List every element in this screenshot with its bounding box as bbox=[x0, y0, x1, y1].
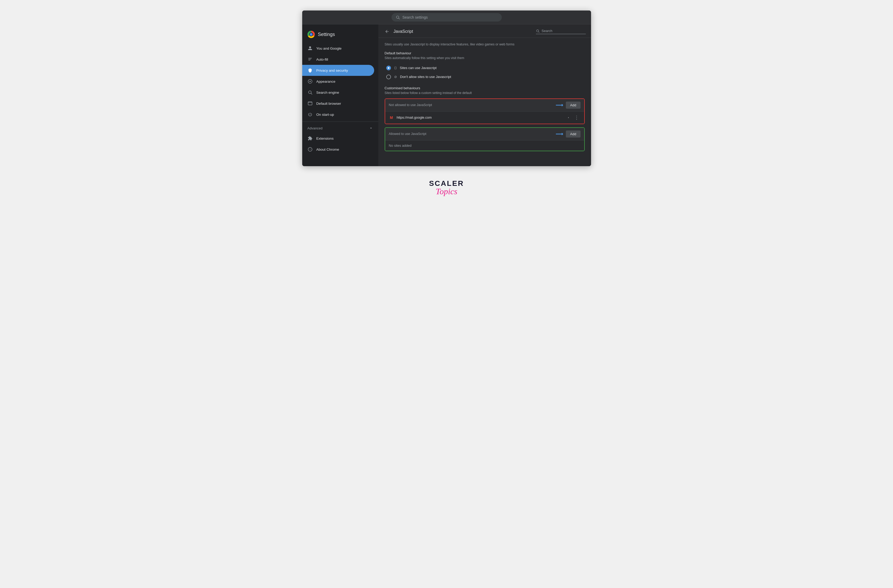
svg-rect-4 bbox=[308, 60, 310, 60]
sidebar-item-appearance[interactable]: Appearance bbox=[302, 76, 374, 87]
svg-rect-2 bbox=[308, 58, 312, 58]
block-icon: ⊘ bbox=[394, 75, 397, 79]
top-search-input[interactable] bbox=[403, 15, 498, 20]
sidebar-label-privacy: Privacy and security bbox=[316, 69, 348, 72]
allowed-header: Allowed to use JavaScript ⟶ Add bbox=[385, 128, 584, 140]
back-button[interactable] bbox=[383, 28, 391, 35]
sidebar-item-about-chrome[interactable]: i About Chrome bbox=[302, 144, 374, 155]
chevron-down-icon bbox=[369, 126, 373, 130]
person-icon bbox=[307, 46, 313, 51]
advanced-label: Advanced bbox=[307, 126, 323, 130]
radio-block-label: Don't allow sites to use Javascript bbox=[400, 75, 451, 79]
radio-block-js[interactable]: ⊘ Don't allow sites to use Javascript bbox=[385, 72, 585, 81]
sidebar-label-startup: On start-up bbox=[316, 112, 334, 117]
svg-rect-10 bbox=[308, 102, 312, 103]
radio-allow-circle bbox=[386, 66, 391, 70]
main-content: JavaScript Sites usually use Javascript … bbox=[378, 24, 591, 166]
arrow-right-icon: ⟶ bbox=[556, 102, 563, 108]
sidebar-item-privacy-security[interactable]: Privacy and security bbox=[302, 65, 374, 76]
content-body: Sites usually use Javascript to display … bbox=[378, 38, 591, 166]
search-wrapper bbox=[391, 13, 502, 21]
gmail-icon: M bbox=[389, 115, 394, 120]
default-behaviour-sublabel: Sites automatically follow this setting … bbox=[385, 56, 585, 60]
default-behaviour-label: Default behaviour bbox=[385, 51, 585, 55]
sidebar-item-default-browser[interactable]: Default browser bbox=[302, 98, 374, 109]
no-sites-text: No sites added bbox=[385, 140, 584, 151]
js-description: Sites usually use Javascript to display … bbox=[385, 42, 585, 47]
sidebar-item-extensions[interactable]: Extensions bbox=[302, 133, 374, 144]
scaler-topics: Topics bbox=[429, 187, 464, 196]
sidebar-label-you-google: You and Google bbox=[316, 46, 341, 50]
not-allowed-header: Not allowed to use JavaScript ⟶ Add bbox=[385, 99, 584, 111]
autofill-icon bbox=[307, 57, 313, 62]
appearance-icon bbox=[307, 79, 313, 84]
allowed-box: Allowed to use JavaScript ⟶ Add No sites… bbox=[385, 128, 585, 151]
sidebar-label-default-browser: Default browser bbox=[316, 102, 341, 105]
radio-allow-label: Sites can use Javascript bbox=[400, 66, 437, 70]
sidebar-label-appearance: Appearance bbox=[316, 80, 335, 84]
customised-sublabel: Sites listed below follow a custom setti… bbox=[385, 91, 585, 95]
content-search-box bbox=[536, 29, 586, 34]
shield-icon bbox=[307, 68, 313, 73]
not-allowed-header-actions: ⟶ Add bbox=[556, 102, 580, 109]
content-title: JavaScript bbox=[394, 29, 413, 34]
arrow-right-allowed-icon: ⟶ bbox=[556, 131, 563, 137]
site-url-text: https://mail.google.com bbox=[397, 116, 563, 119]
content-header-left: JavaScript bbox=[383, 28, 413, 35]
content-search-icon bbox=[536, 29, 540, 33]
search-engine-icon bbox=[307, 90, 313, 95]
content-search-input[interactable] bbox=[542, 29, 586, 33]
not-allowed-box: Not allowed to use JavaScript ⟶ Add M ht… bbox=[385, 98, 585, 124]
svg-line-14 bbox=[538, 32, 539, 32]
allowed-title: Allowed to use JavaScript bbox=[389, 132, 426, 136]
sidebar-label-about: About Chrome bbox=[316, 147, 339, 152]
radio-allow-js[interactable]: ⟨⟩ Sites can use Javascript bbox=[385, 63, 585, 72]
sidebar-divider bbox=[302, 122, 378, 122]
search-icon bbox=[396, 15, 400, 20]
svg-line-8 bbox=[311, 93, 312, 94]
top-search-bar bbox=[302, 10, 591, 24]
sidebar-label-auto-fill: Auto-fill bbox=[316, 57, 328, 62]
row-actions: ⋮ bbox=[566, 114, 580, 121]
settings-title: Settings bbox=[318, 32, 335, 37]
settings-layout: Settings You and Google bbox=[302, 24, 591, 166]
sidebar-item-on-startup[interactable]: On start-up bbox=[302, 109, 374, 120]
not-allowed-site-row: M https://mail.google.com ⋮ bbox=[385, 111, 584, 124]
puzzle-icon bbox=[307, 136, 313, 141]
chrome-logo-icon bbox=[307, 31, 315, 38]
more-options-button[interactable]: ⋮ bbox=[573, 114, 580, 121]
svg-point-6 bbox=[309, 81, 311, 82]
expand-row-button[interactable] bbox=[566, 115, 571, 120]
svg-rect-3 bbox=[308, 59, 311, 60]
allowed-add-button[interactable]: Add bbox=[566, 130, 580, 138]
svg-line-1 bbox=[398, 18, 400, 19]
content-header: JavaScript bbox=[378, 24, 591, 38]
customised-label: Customised behaviours bbox=[385, 86, 585, 90]
sidebar-item-auto-fill[interactable]: Auto-fill bbox=[302, 54, 374, 65]
svg-text:i: i bbox=[310, 148, 310, 151]
not-allowed-add-button[interactable]: Add bbox=[566, 102, 580, 109]
chrome-about-icon: i bbox=[307, 147, 313, 152]
sidebar-label-search: Search engine bbox=[316, 90, 339, 94]
sidebar: Settings You and Google bbox=[302, 24, 378, 166]
allowed-header-actions: ⟶ Add bbox=[556, 130, 580, 138]
power-icon bbox=[307, 112, 313, 117]
sidebar-item-search-engine[interactable]: Search engine bbox=[302, 87, 374, 98]
sidebar-header: Settings bbox=[302, 27, 378, 43]
not-allowed-title: Not allowed to use JavaScript bbox=[389, 103, 432, 107]
scaler-logo: SCALER Topics bbox=[429, 179, 464, 196]
sidebar-label-extensions: Extensions bbox=[316, 136, 334, 140]
code-icon: ⟨⟩ bbox=[394, 66, 397, 70]
sidebar-advanced-section[interactable]: Advanced bbox=[302, 123, 378, 133]
sidebar-item-you-google[interactable]: You and Google bbox=[302, 43, 374, 54]
browser-window: Settings You and Google bbox=[302, 10, 591, 166]
browser-icon bbox=[307, 101, 313, 106]
radio-block-circle bbox=[386, 75, 391, 79]
